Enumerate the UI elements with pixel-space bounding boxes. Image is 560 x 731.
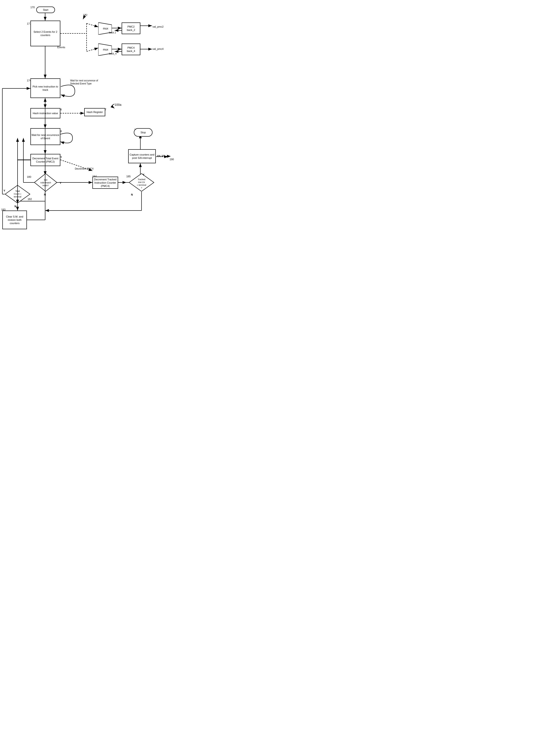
tracked-inst-terminal-diamond: Tracked Inst Ctr = terminal ? bbox=[129, 173, 154, 192]
decrement-pmc2-node: Decrement Total Event Counter (PMC2) bbox=[30, 154, 60, 166]
decrement-pmc4-box: Decrement Tracked Instruction Counter (P… bbox=[92, 177, 118, 189]
start-node: Start bbox=[36, 7, 55, 13]
svg-text:= terminal: = terminal bbox=[137, 184, 146, 186]
events-label: Events bbox=[57, 46, 65, 49]
total-count-n-label: N bbox=[15, 205, 16, 208]
capture-counters-box: Capture counters and post S/A interrupt bbox=[128, 149, 156, 163]
extra-arrows bbox=[0, 0, 187, 243]
tracked-n-label: N bbox=[131, 193, 133, 196]
100a-arrow bbox=[109, 104, 115, 109]
inst-addr-n-label: N bbox=[44, 193, 46, 196]
ref-180: 180 bbox=[27, 175, 31, 178]
svg-text:Tracked: Tracked bbox=[138, 178, 145, 181]
total-count-y-label: Y bbox=[4, 189, 5, 192]
ref-190: 190 bbox=[170, 158, 174, 161]
clear-sm-box: Clear S.M. and restore both counters bbox=[2, 211, 27, 229]
sw-int-arrow bbox=[156, 155, 169, 158]
wait-event-node: Wait for next occurrence of Event bbox=[30, 128, 60, 145]
wait-selected-label: Wait for next occurrence of Selected Eve… bbox=[70, 79, 108, 85]
inst-addr-y-label: Y bbox=[60, 181, 61, 185]
hash-register-box: Hash Register bbox=[84, 108, 105, 116]
stop-node: Stop bbox=[134, 128, 153, 137]
back4-label: back_4 bbox=[109, 52, 116, 55]
svg-text:?: ? bbox=[141, 187, 142, 189]
decrement-pmc4-label: Decrement PMC4 bbox=[75, 167, 93, 170]
svg-text:terminal: terminal bbox=[14, 196, 21, 198]
ref-172-arrow bbox=[83, 15, 90, 20]
svg-text:Total: Total bbox=[15, 190, 20, 192]
tracked-y-label: Y bbox=[143, 173, 144, 176]
val-pmc4-label: val_pmc4 bbox=[153, 47, 164, 51]
pmc2-box: PMC2 back_2 bbox=[122, 22, 140, 34]
total-count-terminal-diamond: Total Count = terminal ? bbox=[5, 185, 30, 204]
svg-line-25 bbox=[87, 23, 98, 27]
val-pmc2-label: val_pmc2 bbox=[153, 25, 164, 28]
hash-instruction-node: Hash instruction value bbox=[30, 108, 60, 118]
svg-text:Hash?: Hash? bbox=[43, 184, 49, 187]
select-events-node: Select 2 Events for 2 counters bbox=[30, 21, 60, 46]
inst-addr-match-diamond: Inst Addr Match Hash? bbox=[34, 173, 57, 192]
svg-text:Count =: Count = bbox=[14, 193, 21, 195]
pmc4-box: PMC4 back_4 bbox=[122, 44, 140, 55]
svg-text:Addr Match: Addr Match bbox=[40, 182, 51, 184]
svg-text:Inst Ctr: Inst Ctr bbox=[138, 181, 145, 183]
arrows-svg bbox=[0, 0, 187, 243]
ref-170: 170 bbox=[30, 6, 35, 9]
back2-label: back 2 bbox=[109, 31, 116, 34]
svg-text:Inst: Inst bbox=[44, 179, 47, 181]
flowchart-diagram: 170 Start 171 Select 2 Events for 2 coun… bbox=[0, 0, 187, 243]
svg-line-26 bbox=[87, 48, 98, 51]
svg-text:mux: mux bbox=[103, 27, 108, 30]
svg-text:?: ? bbox=[17, 198, 18, 201]
pick-instruction-node: Pick new instruction to track bbox=[30, 78, 60, 98]
ref-182: 182 bbox=[28, 198, 32, 200]
svg-text:mux: mux bbox=[103, 48, 108, 51]
diagram-ref-100a: 100a bbox=[115, 103, 121, 107]
